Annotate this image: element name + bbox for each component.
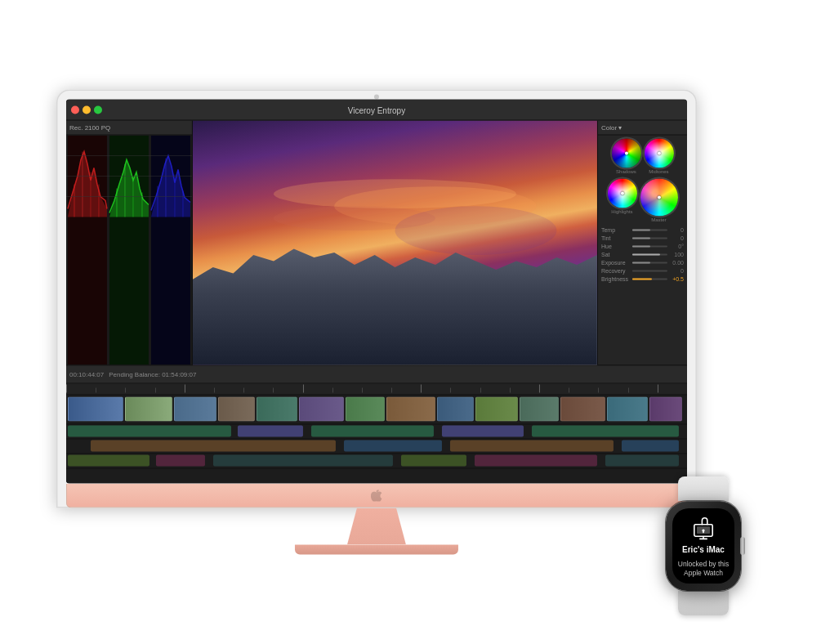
- svg-point-24: [395, 206, 556, 255]
- fcp-timeline: 00:10:44:07 Pending Balance: 01:54:09:07: [66, 365, 687, 484]
- imac-screen: Viceroy Entropy Rec. 2100 PQ: [66, 100, 687, 484]
- audio-clip[interactable]: [450, 441, 614, 452]
- audio-clip[interactable]: [605, 455, 679, 467]
- waveform-svg: [66, 136, 192, 365]
- ruler-mark: [510, 388, 539, 393]
- timeline-label: Pending Balance: 01:54:09:07: [109, 371, 196, 378]
- imac-stand-base: [295, 545, 458, 555]
- svg-rect-30: [703, 530, 704, 533]
- audio-clip[interactable]: [91, 441, 336, 452]
- hue-track[interactable]: [632, 245, 667, 247]
- ruler-mark: [628, 388, 658, 393]
- imac-stand-neck: [328, 508, 426, 545]
- recovery-slider-row: Recovery 0: [601, 268, 684, 274]
- temperature-track[interactable]: [632, 229, 667, 230]
- exposure-value: 0.00: [669, 260, 684, 266]
- exposure-track[interactable]: [632, 262, 667, 263]
- audio-clip[interactable]: [532, 426, 679, 437]
- ruler-mark: [421, 385, 450, 393]
- video-clip[interactable]: [68, 397, 123, 422]
- ruler-mark: [66, 385, 96, 393]
- video-clip[interactable]: [607, 397, 648, 422]
- audio-clip[interactable]: [68, 455, 149, 467]
- recovery-label: Recovery: [601, 268, 631, 274]
- video-clip[interactable]: [174, 397, 216, 422]
- audio-clip[interactable]: [622, 441, 679, 452]
- minimize-button[interactable]: [83, 105, 91, 114]
- watch-message-line2: Apple Watch: [684, 569, 723, 577]
- close-button[interactable]: [71, 105, 79, 114]
- color-sliders: Temp 0 Tint 0 Hue: [598, 226, 687, 284]
- fullscreen-button[interactable]: [94, 105, 102, 114]
- audio-clip[interactable]: [475, 455, 597, 467]
- video-clip[interactable]: [520, 397, 559, 422]
- highlights-wheel[interactable]: [607, 179, 636, 208]
- video-clip[interactable]: [649, 397, 682, 422]
- highlights-label: Highlights: [607, 209, 636, 214]
- saturation-track[interactable]: [632, 253, 667, 255]
- shadows-label: Shadows: [611, 169, 640, 174]
- video-clip[interactable]: [560, 397, 605, 422]
- shadows-wheel[interactable]: [611, 139, 640, 168]
- preview-image: [193, 121, 597, 365]
- audio-clip[interactable]: [213, 455, 393, 467]
- watch-screen: Eric's iMac Unlocked by this Apple Watch: [672, 508, 734, 584]
- audio-clip[interactable]: [442, 426, 524, 437]
- video-clip[interactable]: [346, 397, 385, 422]
- ruler-mark: [450, 388, 480, 393]
- ruler-mark: [391, 388, 421, 393]
- brightness-value: +0.5: [669, 276, 684, 282]
- tint-track[interactable]: [632, 237, 667, 239]
- ruler-mark: [243, 388, 273, 393]
- temperature-value: 0: [669, 227, 684, 233]
- video-clip[interactable]: [386, 397, 435, 422]
- ruler-mark: [155, 388, 185, 393]
- brightness-track[interactable]: [632, 278, 667, 280]
- midtones-label: Midtones: [644, 169, 673, 174]
- ruler-marks: [66, 384, 687, 395]
- audio-clip[interactable]: [68, 426, 231, 437]
- video-clip[interactable]: [218, 397, 255, 422]
- recovery-track[interactable]: [632, 270, 667, 271]
- scopes-panel: Rec. 2100 PQ: [66, 121, 193, 365]
- imac-chin: [66, 484, 687, 508]
- ruler-mark: [332, 388, 362, 393]
- exposure-label: Exposure: [601, 260, 631, 266]
- hue-label: Hue: [601, 244, 631, 249]
- fcp-main-area: Rec. 2100 PQ: [66, 121, 687, 365]
- video-clip[interactable]: [299, 397, 344, 422]
- timeline-tracks: [66, 396, 687, 484]
- colorwheels-container: Shadows Midtones Highlights: [598, 136, 687, 226]
- saturation-label: Sat: [601, 252, 631, 257]
- temperature-slider-row: Temp 0: [601, 227, 684, 233]
- video-clip[interactable]: [125, 397, 172, 422]
- midtones-wheel[interactable]: [644, 139, 673, 168]
- saturation-slider-row: Sat 100: [601, 252, 684, 257]
- video-clip[interactable]: [475, 397, 518, 422]
- audio-track-3: [66, 454, 687, 469]
- audio-clip-row-1: [66, 425, 687, 439]
- ruler-mark: [185, 385, 214, 393]
- hue-value: 0°: [669, 244, 684, 249]
- tint-slider-row: Tint 0: [601, 235, 684, 241]
- video-clip[interactable]: [437, 397, 474, 422]
- ruler-mark: [539, 385, 569, 393]
- imac: Viceroy Entropy Rec. 2100 PQ: [56, 90, 697, 555]
- scopes-header: Rec. 2100 PQ: [66, 121, 192, 136]
- watch-body: Eric's iMac Unlocked by this Apple Watch: [654, 476, 752, 595]
- tint-label: Tint: [601, 235, 631, 241]
- master-wheel[interactable]: [640, 179, 677, 217]
- ruler-mark: [362, 388, 391, 393]
- audio-clip[interactable]: [156, 455, 205, 467]
- recovery-value: 0: [669, 268, 684, 274]
- colorgrade-title: Color ▾: [601, 124, 622, 132]
- audio-clip[interactable]: [344, 441, 442, 452]
- audio-clip[interactable]: [238, 426, 303, 437]
- apple-watch: Eric's iMac Unlocked by this Apple Watch: [654, 476, 752, 595]
- audio-clip[interactable]: [311, 426, 434, 437]
- video-clip[interactable]: [257, 397, 297, 422]
- audio-clip[interactable]: [401, 455, 466, 467]
- timeline-timecode: 00:10:44:07: [69, 371, 104, 378]
- unlock-icon: [690, 514, 716, 540]
- brightness-slider-row: Brightness +0.5: [601, 276, 684, 282]
